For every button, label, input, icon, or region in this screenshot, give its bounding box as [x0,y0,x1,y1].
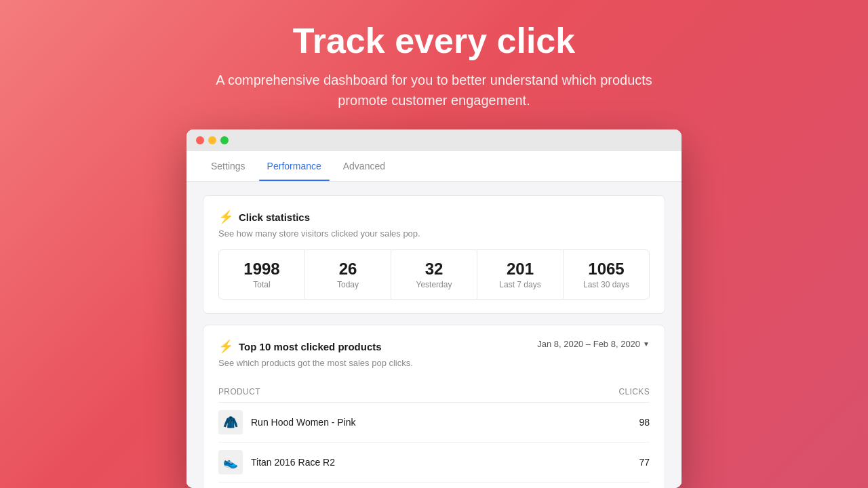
date-range-picker[interactable]: Jan 8, 2020 – Feb 8, 2020 ▼ [537,339,650,349]
stat-yesterday: 32 Yesterday [391,250,477,299]
stat-total-label: Total [227,280,296,289]
col-product-header: Product [218,387,260,396]
col-clicks-header: Clicks [618,387,650,396]
product-name-1: Titan 2016 Race R2 [251,457,639,468]
stats-row: 1998 Total 26 Today 32 Yesterday 201 Las… [218,249,650,300]
click-statistics-header: ⚡ Click statistics [218,209,650,224]
window-minimize-dot[interactable] [208,136,216,144]
stat-30days-label: Last 30 days [572,280,641,289]
stat-total-value: 1998 [227,260,296,279]
browser-chrome [186,129,682,151]
date-range-text: Jan 8, 2020 – Feb 8, 2020 [537,339,640,349]
top-products-title-group: ⚡ Top 10 most clicked products See which… [218,339,413,379]
top-products-icon: ⚡ [218,339,233,354]
content-area: ⚡ Click statistics See how many store vi… [186,182,682,488]
stat-today-label: Today [313,280,382,289]
window-close-dot[interactable] [196,136,204,144]
stat-7days-label: Last 7 days [486,280,555,289]
tab-settings[interactable]: Settings [203,151,254,181]
stat-7days: 201 Last 7 days [477,250,564,299]
product-clicks-1: 77 [639,457,650,468]
click-statistics-card: ⚡ Click statistics See how many store vi… [203,195,665,314]
top-products-header: ⚡ Top 10 most clicked products See which… [218,339,650,379]
top-products-title: Top 10 most clicked products [239,341,382,352]
stat-7days-value: 201 [486,260,555,279]
browser-body: Settings Performance Advanced ⚡ Click st… [186,151,682,488]
table-header: Product Clicks [218,382,650,403]
product-thumbnail-0: 🧥 [218,410,243,434]
stat-yesterday-value: 32 [399,260,469,279]
hero-subtitle: A comprehensive dashboard for you to bet… [197,70,671,110]
top-products-card: ⚡ Top 10 most clicked products See which… [203,325,665,488]
stat-today-value: 26 [313,260,382,279]
stat-30days-value: 1065 [572,260,641,279]
top-products-subtitle: See which products got the most sales po… [218,358,413,368]
click-statistics-title: Click statistics [239,211,310,223]
tab-performance[interactable]: Performance [259,151,330,181]
tab-advanced[interactable]: Advanced [335,151,393,181]
browser-window: Settings Performance Advanced ⚡ Click st… [186,129,682,488]
stat-total: 1998 Total [219,250,305,299]
click-statistics-subtitle: See how many store visitors clicked your… [218,228,650,239]
product-clicks-0: 98 [639,417,650,428]
tab-bar: Settings Performance Advanced [186,151,682,182]
product-thumbnail-1: 👟 [218,450,243,474]
stat-today: 26 Today [305,250,391,299]
stat-yesterday-label: Yesterday [399,280,469,289]
table-row: 🧥 Run Hood Women - Pink 98 [218,403,650,443]
chevron-down-icon: ▼ [643,340,650,348]
window-maximize-dot[interactable] [220,136,229,144]
stat-30days: 1065 Last 30 days [564,250,649,299]
top-products-title-row: ⚡ Top 10 most clicked products [218,339,413,354]
table-row: 👟 Titan 2016 Race R2 77 [218,443,650,483]
click-statistics-icon: ⚡ [218,209,233,224]
product-name-0: Run Hood Women - Pink [251,417,639,428]
hero-title: Track every click [293,22,575,60]
table-row: 🧦 365 Advanced Indoor Sock 26 [218,483,650,488]
